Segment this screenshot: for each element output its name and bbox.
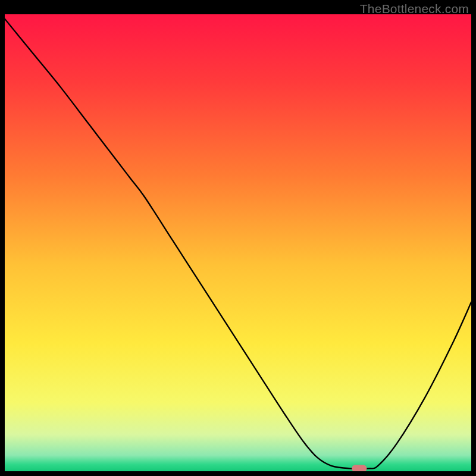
chart-svg [5, 14, 471, 471]
watermark-text: TheBottleneck.com [360, 2, 469, 16]
chart-frame [5, 14, 471, 471]
chart-plot [5, 14, 471, 471]
gradient-background [5, 14, 471, 471]
bottleneck-marker [352, 465, 367, 471]
